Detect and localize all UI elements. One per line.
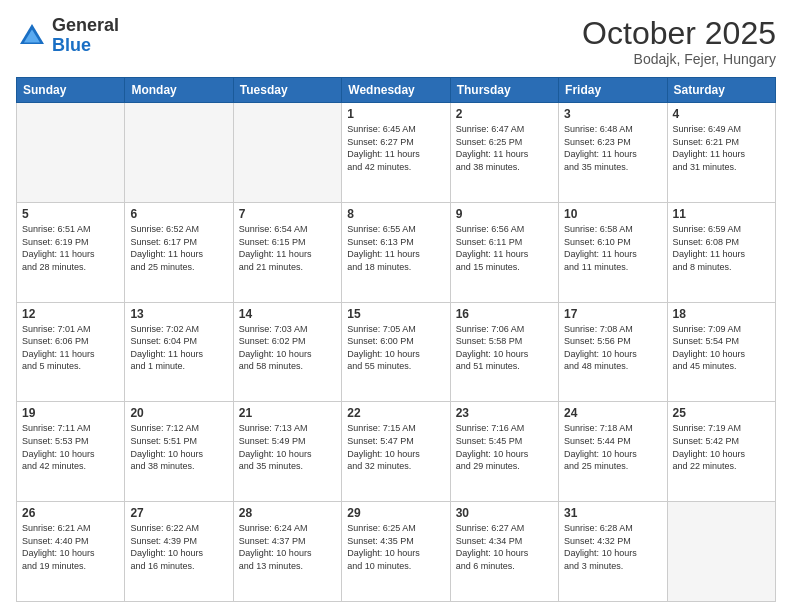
table-row: 18Sunrise: 7:09 AMSunset: 5:54 PMDayligh… (667, 302, 775, 402)
day-info: Sunrise: 6:22 AMSunset: 4:39 PMDaylight:… (130, 522, 227, 572)
day-number: 6 (130, 207, 227, 221)
day-info: Sunrise: 7:03 AMSunset: 6:02 PMDaylight:… (239, 323, 336, 373)
col-friday: Friday (559, 78, 667, 103)
table-row: 23Sunrise: 7:16 AMSunset: 5:45 PMDayligh… (450, 402, 558, 502)
table-row (667, 502, 775, 602)
day-number: 25 (673, 406, 770, 420)
day-number: 3 (564, 107, 661, 121)
col-tuesday: Tuesday (233, 78, 341, 103)
day-info: Sunrise: 6:51 AMSunset: 6:19 PMDaylight:… (22, 223, 119, 273)
day-number: 15 (347, 307, 444, 321)
day-number: 21 (239, 406, 336, 420)
table-row: 22Sunrise: 7:15 AMSunset: 5:47 PMDayligh… (342, 402, 450, 502)
day-number: 30 (456, 506, 553, 520)
page: General Blue October 2025 Bodajk, Fejer,… (0, 0, 792, 612)
day-info: Sunrise: 7:08 AMSunset: 5:56 PMDaylight:… (564, 323, 661, 373)
day-info: Sunrise: 7:11 AMSunset: 5:53 PMDaylight:… (22, 422, 119, 472)
day-info: Sunrise: 7:18 AMSunset: 5:44 PMDaylight:… (564, 422, 661, 472)
calendar-week-row: 26Sunrise: 6:21 AMSunset: 4:40 PMDayligh… (17, 502, 776, 602)
table-row: 25Sunrise: 7:19 AMSunset: 5:42 PMDayligh… (667, 402, 775, 502)
day-info: Sunrise: 7:06 AMSunset: 5:58 PMDaylight:… (456, 323, 553, 373)
day-info: Sunrise: 6:54 AMSunset: 6:15 PMDaylight:… (239, 223, 336, 273)
day-info: Sunrise: 7:13 AMSunset: 5:49 PMDaylight:… (239, 422, 336, 472)
day-info: Sunrise: 7:01 AMSunset: 6:06 PMDaylight:… (22, 323, 119, 373)
logo: General Blue (16, 16, 119, 56)
logo-text: General Blue (52, 16, 119, 56)
day-info: Sunrise: 7:15 AMSunset: 5:47 PMDaylight:… (347, 422, 444, 472)
day-info: Sunrise: 7:05 AMSunset: 6:00 PMDaylight:… (347, 323, 444, 373)
day-number: 11 (673, 207, 770, 221)
day-info: Sunrise: 7:09 AMSunset: 5:54 PMDaylight:… (673, 323, 770, 373)
day-number: 27 (130, 506, 227, 520)
logo-general-text: General (52, 15, 119, 35)
day-info: Sunrise: 7:12 AMSunset: 5:51 PMDaylight:… (130, 422, 227, 472)
col-monday: Monday (125, 78, 233, 103)
day-number: 4 (673, 107, 770, 121)
day-number: 17 (564, 307, 661, 321)
day-info: Sunrise: 6:49 AMSunset: 6:21 PMDaylight:… (673, 123, 770, 173)
calendar-week-row: 5Sunrise: 6:51 AMSunset: 6:19 PMDaylight… (17, 202, 776, 302)
table-row: 14Sunrise: 7:03 AMSunset: 6:02 PMDayligh… (233, 302, 341, 402)
day-number: 5 (22, 207, 119, 221)
table-row: 10Sunrise: 6:58 AMSunset: 6:10 PMDayligh… (559, 202, 667, 302)
table-row: 26Sunrise: 6:21 AMSunset: 4:40 PMDayligh… (17, 502, 125, 602)
header: General Blue October 2025 Bodajk, Fejer,… (16, 16, 776, 67)
col-sunday: Sunday (17, 78, 125, 103)
table-row: 21Sunrise: 7:13 AMSunset: 5:49 PMDayligh… (233, 402, 341, 502)
table-row: 8Sunrise: 6:55 AMSunset: 6:13 PMDaylight… (342, 202, 450, 302)
day-info: Sunrise: 6:59 AMSunset: 6:08 PMDaylight:… (673, 223, 770, 273)
table-row: 5Sunrise: 6:51 AMSunset: 6:19 PMDaylight… (17, 202, 125, 302)
table-row: 6Sunrise: 6:52 AMSunset: 6:17 PMDaylight… (125, 202, 233, 302)
day-number: 2 (456, 107, 553, 121)
col-wednesday: Wednesday (342, 78, 450, 103)
logo-icon (16, 20, 48, 52)
day-info: Sunrise: 6:48 AMSunset: 6:23 PMDaylight:… (564, 123, 661, 173)
day-info: Sunrise: 6:58 AMSunset: 6:10 PMDaylight:… (564, 223, 661, 273)
day-number: 29 (347, 506, 444, 520)
table-row: 28Sunrise: 6:24 AMSunset: 4:37 PMDayligh… (233, 502, 341, 602)
location: Bodajk, Fejer, Hungary (582, 51, 776, 67)
day-info: Sunrise: 6:55 AMSunset: 6:13 PMDaylight:… (347, 223, 444, 273)
day-info: Sunrise: 6:52 AMSunset: 6:17 PMDaylight:… (130, 223, 227, 273)
day-number: 19 (22, 406, 119, 420)
table-row: 17Sunrise: 7:08 AMSunset: 5:56 PMDayligh… (559, 302, 667, 402)
day-info: Sunrise: 6:56 AMSunset: 6:11 PMDaylight:… (456, 223, 553, 273)
table-row: 16Sunrise: 7:06 AMSunset: 5:58 PMDayligh… (450, 302, 558, 402)
day-number: 13 (130, 307, 227, 321)
table-row (17, 103, 125, 203)
calendar-week-row: 1Sunrise: 6:45 AMSunset: 6:27 PMDaylight… (17, 103, 776, 203)
day-number: 31 (564, 506, 661, 520)
logo-blue-text: Blue (52, 35, 91, 55)
table-row: 2Sunrise: 6:47 AMSunset: 6:25 PMDaylight… (450, 103, 558, 203)
col-thursday: Thursday (450, 78, 558, 103)
day-info: Sunrise: 6:47 AMSunset: 6:25 PMDaylight:… (456, 123, 553, 173)
day-info: Sunrise: 6:27 AMSunset: 4:34 PMDaylight:… (456, 522, 553, 572)
day-number: 10 (564, 207, 661, 221)
table-row: 11Sunrise: 6:59 AMSunset: 6:08 PMDayligh… (667, 202, 775, 302)
table-row: 15Sunrise: 7:05 AMSunset: 6:00 PMDayligh… (342, 302, 450, 402)
day-info: Sunrise: 6:28 AMSunset: 4:32 PMDaylight:… (564, 522, 661, 572)
table-row: 4Sunrise: 6:49 AMSunset: 6:21 PMDaylight… (667, 103, 775, 203)
table-row: 1Sunrise: 6:45 AMSunset: 6:27 PMDaylight… (342, 103, 450, 203)
day-number: 24 (564, 406, 661, 420)
table-row: 12Sunrise: 7:01 AMSunset: 6:06 PMDayligh… (17, 302, 125, 402)
table-row: 29Sunrise: 6:25 AMSunset: 4:35 PMDayligh… (342, 502, 450, 602)
table-row (233, 103, 341, 203)
day-number: 22 (347, 406, 444, 420)
day-number: 1 (347, 107, 444, 121)
table-row: 20Sunrise: 7:12 AMSunset: 5:51 PMDayligh… (125, 402, 233, 502)
day-number: 23 (456, 406, 553, 420)
day-number: 12 (22, 307, 119, 321)
table-row: 7Sunrise: 6:54 AMSunset: 6:15 PMDaylight… (233, 202, 341, 302)
day-number: 9 (456, 207, 553, 221)
table-row: 30Sunrise: 6:27 AMSunset: 4:34 PMDayligh… (450, 502, 558, 602)
table-row: 19Sunrise: 7:11 AMSunset: 5:53 PMDayligh… (17, 402, 125, 502)
day-number: 14 (239, 307, 336, 321)
calendar-table: Sunday Monday Tuesday Wednesday Thursday… (16, 77, 776, 602)
day-info: Sunrise: 6:24 AMSunset: 4:37 PMDaylight:… (239, 522, 336, 572)
day-info: Sunrise: 6:25 AMSunset: 4:35 PMDaylight:… (347, 522, 444, 572)
table-row: 9Sunrise: 6:56 AMSunset: 6:11 PMDaylight… (450, 202, 558, 302)
table-row: 27Sunrise: 6:22 AMSunset: 4:39 PMDayligh… (125, 502, 233, 602)
day-info: Sunrise: 6:45 AMSunset: 6:27 PMDaylight:… (347, 123, 444, 173)
calendar-header-row: Sunday Monday Tuesday Wednesday Thursday… (17, 78, 776, 103)
